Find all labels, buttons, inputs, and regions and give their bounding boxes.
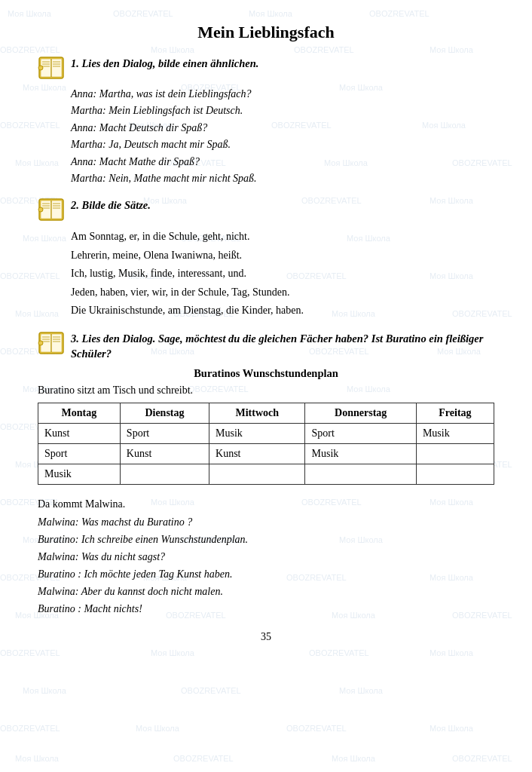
sentence-3: Ich, lustig, Musik, finde, interessant, … <box>71 265 494 283</box>
book-icon-3 <box>38 329 65 357</box>
section-1-header: 1. Lies den Dialog, bilde einen ähnliche… <box>38 56 494 81</box>
table-cell-1-3: Musik <box>305 444 416 464</box>
dialog-line-6: Martha: Nein, Mathe macht mir nicht Spaß… <box>71 170 494 187</box>
table-row: Musik <box>38 464 494 485</box>
table-cell-2-3 <box>305 464 416 485</box>
table-header-row: Montag Dienstag Mittwoch Donnerstag Frei… <box>38 403 494 424</box>
table-cell-1-4 <box>416 444 494 464</box>
section-3-instruction: 3. Lies den Dialog. Sage, möchtest du di… <box>71 331 494 362</box>
table-cell-0-0: Kunst <box>38 424 121 444</box>
table-cell-0-2: Musik <box>209 424 305 444</box>
speaker-buratino-1: Buratino: <box>38 534 78 545</box>
section-2-header: 2. Bilde die Sätze. <box>38 198 494 223</box>
speaker-martha-3: Martha: <box>71 173 106 184</box>
table-cell-2-1 <box>120 464 209 485</box>
table-cell-0-1: Sport <box>120 424 209 444</box>
section-3: 3. Lies den Dialog. Sage, möchtest du di… <box>38 331 494 617</box>
section-3-subtitle: Buratinos Wunschstundenplan <box>38 367 494 380</box>
book-icon-1 <box>38 54 65 81</box>
svg-point-32 <box>38 341 43 345</box>
speaker-anna-1: Anna: <box>71 88 96 100</box>
table-row: Kunst Sport Musik Sport Musik <box>38 424 494 444</box>
section-1-instruction: 1. Lies den Dialog, bilde einen ähnliche… <box>71 56 258 71</box>
svg-point-10 <box>38 66 43 70</box>
watermark: Моя Школа <box>15 754 59 763</box>
speaker-malwina-1: Malwina: <box>38 516 78 528</box>
svg-rect-2 <box>51 59 62 77</box>
table-cell-1-0: Sport <box>38 444 121 464</box>
table-header-dienstag: Dienstag <box>120 403 209 424</box>
watermark: Моя Школа <box>332 754 375 763</box>
table-header-mittwoch: Mittwoch <box>209 403 305 424</box>
bottom-dialog-1: Malwina: Was machst du Buratino ? <box>38 513 494 531</box>
watermark: Моя Школа <box>339 686 383 695</box>
section-2-instruction: 2. Bilde die Sätze. <box>71 198 151 213</box>
watermark: OBOZREVATEL <box>452 754 512 763</box>
dialog-line-3: Anna: Macht Deutsch dir Spaß? <box>71 120 494 136</box>
schedule-table: Montag Dienstag Mittwoch Donnerstag Frei… <box>38 403 494 485</box>
watermark: OBOZREVATEL <box>0 724 60 733</box>
section-3-header: 3. Lies den Dialog. Sage, möchtest du di… <box>38 331 494 362</box>
watermark: OBOZREVATEL <box>0 648 60 657</box>
speaker-malwina-3: Malwina: <box>38 586 78 597</box>
bottom-dialog-3: Malwina: Was du nicht sagst? <box>38 548 494 565</box>
bottom-dialog-4: Buratino : Ich möchte jeden Tag Kunst ha… <box>38 565 494 583</box>
dialog-line-5: Anna: Macht Mathe dir Spaß? <box>71 154 494 170</box>
bottom-dialog-6: Buratino : Macht nichts! <box>38 600 494 617</box>
sentence-4: Jeden, haben, vier, wir, in der Schule, … <box>71 283 494 302</box>
section-3-intro: Buratino sitzt am Tisch und schreibt. <box>38 384 494 397</box>
table-cell-0-4: Musik <box>416 424 494 444</box>
book-icon-2 <box>38 196 65 223</box>
speaker-malwina-2: Malwina: <box>38 551 78 562</box>
watermark: Моя Школа <box>249 9 292 18</box>
dialog-intro-line: Da kommt Malwina. <box>38 495 494 513</box>
dialog-line-2: Martha: Mein Lieblingsfach ist Deutsch. <box>71 103 494 119</box>
page-title: Mein Lieblingsfach <box>38 23 494 42</box>
speaker-buratino-3: Buratino <box>38 603 75 614</box>
table-cell-2-2 <box>209 464 305 485</box>
table-cell-2-0: Musik <box>38 464 121 485</box>
sentence-5: Die Ukrainischstunde, am Dienstag, die K… <box>71 302 494 320</box>
watermark: OBOZREVATEL <box>113 9 173 18</box>
section-2-sentences: Am Sonntag, er, in die Schule, geht, nic… <box>71 228 494 320</box>
page-content: Mein Lieblingsfach 1. Lies <box>38 23 494 643</box>
section-2: 2. Bilde die Sätze. Am Sonntag, er, in d… <box>38 198 494 320</box>
table-cell-1-1: Kunst <box>120 444 209 464</box>
watermark: OBOZREVATEL <box>181 686 241 695</box>
page-number: 35 <box>38 631 494 643</box>
watermark: Моя Школа <box>136 724 179 733</box>
watermark: Моя Школа <box>430 648 473 657</box>
table-cell-1-2: Kunst <box>209 444 305 464</box>
bottom-dialog-2: Buratino: Ich schreibe einen Wunschstund… <box>38 531 494 548</box>
table-cell-0-3: Sport <box>305 424 416 444</box>
sentence-1: Am Sonntag, er, in die Schule, geht, nic… <box>71 228 494 247</box>
table-row: Sport Kunst Kunst Musik <box>38 444 494 464</box>
table-header-donnerstag: Donnerstag <box>305 403 416 424</box>
speaker-anna-3: Anna: <box>71 156 96 167</box>
svg-point-21 <box>38 207 43 212</box>
watermark: Моя Школа <box>23 686 66 695</box>
sentence-2: Lehrerin, meine, Olena Iwaniwna, heißt. <box>71 247 494 265</box>
speaker-martha-1: Martha: <box>71 105 106 116</box>
watermark: OBOZREVATEL <box>369 9 430 18</box>
table-cell-2-4 <box>416 464 494 485</box>
watermark: OBOZREVATEL <box>286 724 347 733</box>
watermark: Моя Школа <box>151 648 194 657</box>
dialog-line-1: Anna: Martha, was ist dein Lieblingsfach… <box>71 86 494 103</box>
watermark: OBOZREVATEL <box>173 754 234 763</box>
section-1-dialog: Anna: Martha, was ist dein Lieblingsfach… <box>71 86 494 187</box>
bottom-dialog-5: Malwina: Aber du kannst doch nicht malen… <box>38 583 494 600</box>
dialog-line-4: Martha: Ja, Deutsch macht mir Spaß. <box>71 136 494 153</box>
section-1: 1. Lies den Dialog, bilde einen ähnliche… <box>38 56 494 187</box>
speaker-buratino-2: Buratino <box>38 568 75 580</box>
table-header-montag: Montag <box>38 403 121 424</box>
speaker-anna-2: Anna: <box>71 122 96 133</box>
speaker-martha-2: Martha: <box>71 139 106 150</box>
watermark: Моя Школа <box>430 724 473 733</box>
table-header-freitag: Freitag <box>416 403 494 424</box>
watermark: Моя Школа <box>8 9 51 18</box>
watermark: OBOZREVATEL <box>309 648 369 657</box>
section-3-bottom-dialog: Da kommt Malwina. Malwina: Was machst du… <box>38 495 494 617</box>
